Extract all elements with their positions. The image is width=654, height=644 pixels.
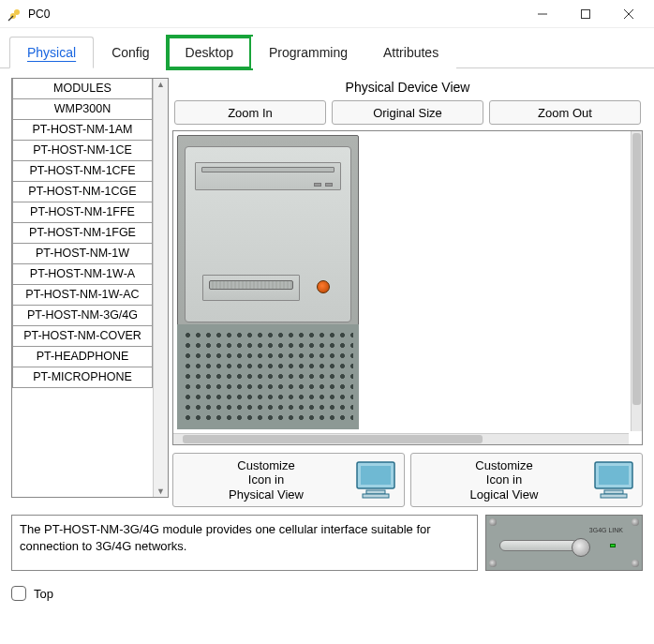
svg-rect-9 (363, 494, 389, 498)
link-led-icon (610, 544, 616, 547)
device-view-canvas[interactable] (172, 130, 643, 445)
scroll-down-icon[interactable]: ▼ (154, 486, 168, 497)
module-item[interactable]: PT-HOST-NM-1W (12, 244, 153, 264)
svg-rect-11 (599, 466, 629, 485)
module-item[interactable]: PT-HOST-NM-1FGE (12, 223, 153, 244)
module-item[interactable]: PT-HEADPHONE (12, 347, 153, 367)
original-size-button[interactable]: Original Size (332, 100, 483, 125)
app-icon (7, 7, 22, 22)
module-item[interactable]: PT-HOST-NM-1CGE (12, 182, 153, 202)
window-title: PC0 (28, 7, 50, 21)
module-item[interactable]: PT-HOST-NM-1CFE (12, 161, 153, 182)
monitor-icon (353, 460, 398, 500)
svg-point-1 (14, 9, 20, 15)
tab-physical[interactable]: Physical (9, 37, 94, 68)
module-preview[interactable]: 3G4G LINK (485, 515, 643, 571)
floppy-drive-icon (202, 275, 300, 301)
scroll-up-icon[interactable]: ▲ (154, 79, 168, 90)
physical-device-view-title: Physical Device View (172, 78, 643, 100)
module-item[interactable]: PT-HOST-NM-1CE (12, 141, 153, 161)
module-item[interactable]: PT-MICROPHONE (12, 367, 153, 388)
module-item[interactable]: PT-HOST-NM-1AM (12, 120, 153, 141)
svg-rect-8 (366, 490, 385, 494)
customize-icon-physical-view-button[interactable]: Customize Icon in Physical View (172, 453, 405, 507)
customize-physical-label: Customize Icon in Physical View (179, 458, 353, 502)
module-item[interactable]: PT-HOST-NM-1FFE (12, 202, 153, 223)
top-checkbox[interactable] (11, 586, 26, 601)
customize-icon-logical-view-button[interactable]: Customize Icon in Logical View (410, 453, 643, 507)
vent-grille-icon (177, 324, 359, 429)
svg-rect-13 (601, 494, 627, 498)
antenna-icon (499, 540, 578, 551)
module-list: MODULESWMP300NPT-HOST-NM-1AMPT-HOST-NM-1… (11, 78, 169, 498)
tab-attributes[interactable]: Attributes (365, 37, 456, 68)
power-button-icon (317, 280, 330, 293)
top-checkbox-label: Top (34, 587, 53, 601)
svg-rect-3 (582, 9, 590, 18)
module-description: The PT-HOST-NM-3G/4G module provides one… (11, 515, 478, 571)
module-item[interactable]: PT-HOST-NM-COVER (12, 326, 153, 347)
window-maximize-button[interactable] (564, 0, 607, 28)
module-item[interactable]: PT-HOST-NM-1W-A (12, 264, 153, 285)
monitor-icon (591, 460, 636, 500)
customize-logical-label: Customize Icon in Logical View (417, 458, 591, 502)
window-minimize-button[interactable] (521, 0, 564, 28)
device-view-hscrollbar[interactable] (173, 433, 629, 444)
module-list-scrollbar[interactable]: ▲ ▼ (153, 79, 168, 497)
tab-config[interactable]: Config (94, 37, 167, 68)
zoom-in-button[interactable]: Zoom In (174, 100, 326, 125)
tab-bar: PhysicalConfigDesktopProgrammingAttribut… (0, 28, 654, 68)
module-item[interactable]: MODULES (12, 79, 153, 99)
svg-rect-7 (361, 466, 391, 485)
tab-desktop[interactable]: Desktop (168, 37, 251, 68)
pc-tower-graphic (177, 135, 359, 429)
window-close-button[interactable] (607, 0, 650, 28)
cd-drive-icon (195, 162, 341, 190)
zoom-out-button[interactable]: Zoom Out (489, 100, 641, 125)
tab-programming[interactable]: Programming (251, 37, 365, 68)
module-item[interactable]: PT-HOST-NM-3G/4G (12, 306, 153, 326)
module-item[interactable]: PT-HOST-NM-1W-AC (12, 285, 153, 306)
titlebar: PC0 (0, 0, 654, 28)
module-item[interactable]: WMP300N (12, 99, 153, 120)
device-view-vscrollbar[interactable] (631, 131, 642, 431)
svg-rect-12 (604, 490, 623, 494)
module-preview-label: 3G4G LINK (589, 527, 623, 534)
